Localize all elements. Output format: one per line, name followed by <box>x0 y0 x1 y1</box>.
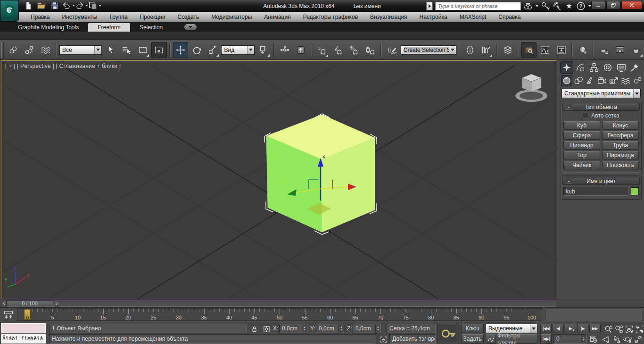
open-file-button[interactable] <box>36 0 47 11</box>
menu-tools[interactable]: Инструменты <box>56 12 104 22</box>
viewport-label[interactable]: [ + ] [ Perspective ] [ Сглаживание + бл… <box>5 63 121 69</box>
object-color-swatch[interactable] <box>631 187 639 195</box>
tab-graphite-modeling-tools[interactable]: Graphite Modeling Tools <box>8 23 88 32</box>
select-object-button[interactable] <box>103 42 118 58</box>
render-production-button[interactable] <box>629 42 644 58</box>
torus-button[interactable]: Тор <box>563 151 600 159</box>
layer-manager-button[interactable] <box>500 42 515 58</box>
minimize-button[interactable] <box>591 1 605 9</box>
tube-button[interactable]: Труба <box>602 141 639 150</box>
isolate-cube-icon[interactable] <box>378 335 388 344</box>
infocenter-expand-button[interactable] <box>426 2 433 10</box>
walk-through-icon[interactable] <box>611 335 621 344</box>
close-button[interactable] <box>621 1 642 9</box>
menu-animation[interactable]: Анимация <box>258 12 297 22</box>
tab-hierarchy[interactable] <box>587 61 601 74</box>
y-coordinate-field[interactable]: 0,0cm▲▼ <box>316 324 344 333</box>
set-key-big-button[interactable] <box>438 324 459 343</box>
field-of-view-icon[interactable] <box>601 335 611 344</box>
absolute-transform-toggle-icon[interactable] <box>261 325 272 333</box>
default-tangent-button[interactable] <box>486 334 496 344</box>
angle-snap-toggle[interactable] <box>330 42 346 58</box>
z-spinner[interactable]: ▲▼ <box>375 324 380 333</box>
selection-filter-dropdown[interactable]: Все <box>59 45 102 55</box>
x-coordinate-field[interactable]: 0,0cm▲▼ <box>279 324 307 333</box>
next-frame-button[interactable]: |▶ <box>577 324 588 333</box>
project-workspace-button[interactable] <box>89 0 100 11</box>
key-mode-toggle[interactable]: |◀▶| <box>540 334 552 344</box>
autogrid-checkbox[interactable] <box>583 113 588 118</box>
cone-button[interactable]: Конус <box>602 121 639 130</box>
rollout-collapse-icon[interactable]: - <box>565 178 572 184</box>
spinner-snap-toggle[interactable] <box>363 42 378 58</box>
plane-button[interactable]: Плоскость <box>602 161 639 169</box>
favorites-star-icon[interactable]: ★ <box>564 1 574 11</box>
bind-to-spacewarp-button[interactable] <box>38 42 53 58</box>
box-button[interactable]: Куб <box>563 121 600 130</box>
search-dropdown-arrow[interactable] <box>536 5 538 7</box>
material-editor-button[interactable] <box>575 42 590 58</box>
category-spacewarps[interactable] <box>620 75 631 86</box>
ribbon-minimize-button[interactable] <box>184 24 197 30</box>
select-and-move-button[interactable] <box>173 42 188 58</box>
snap-3d-toggle[interactable]: 3 <box>314 42 330 58</box>
teapot-button[interactable]: Чайник <box>563 161 600 169</box>
time-slider-thumb[interactable]: 0 / 100 <box>6 300 53 306</box>
category-shapes[interactable] <box>573 75 584 86</box>
category-lights[interactable] <box>585 75 596 86</box>
tab-motion[interactable] <box>601 61 614 74</box>
rectangular-selection-region-button[interactable] <box>135 42 150 58</box>
menu-rendering[interactable]: Визуализация <box>364 12 413 22</box>
maximize-viewport-toggle-icon[interactable] <box>633 335 643 344</box>
menu-modifiers[interactable]: Модификаторы <box>205 12 258 22</box>
y-spinner[interactable]: ▲▼ <box>339 324 344 333</box>
use-pivot-point-center-button[interactable] <box>256 42 271 58</box>
category-helpers[interactable] <box>608 75 619 86</box>
menu-graph-editors[interactable]: Редакторы графиков <box>297 12 364 22</box>
tab-freeform[interactable]: Freeform <box>88 23 130 32</box>
viewcube[interactable] <box>515 74 547 102</box>
zoom-all-icon[interactable] <box>614 324 624 334</box>
sphere-button[interactable]: Сфера <box>563 131 600 140</box>
tab-create[interactable] <box>560 61 573 74</box>
go-to-start-button[interactable]: |◀◀ <box>540 324 552 333</box>
menu-maxscript[interactable]: MAXScript <box>454 12 493 22</box>
tab-display[interactable] <box>615 61 628 74</box>
current-frame-field[interactable]: 0▲▼ <box>553 334 586 344</box>
key-filter-scope-dropdown[interactable]: Выделенные <box>486 324 537 333</box>
trackbar-ruler[interactable]: 0510152025303540455055606570758085909510… <box>17 308 542 321</box>
percent-snap-toggle[interactable]: % <box>347 42 362 58</box>
auto-key-button[interactable]: Ключ <box>461 324 484 333</box>
undo-button[interactable] <box>62 0 74 11</box>
select-and-manipulate-button[interactable] <box>277 42 292 58</box>
select-by-name-button[interactable] <box>119 42 134 58</box>
open-mini-trackbar-button[interactable] <box>1 308 16 321</box>
perspective-viewport[interactable]: [ + ] [ Perspective ] [ Сглаживание + бл… <box>1 60 557 299</box>
help-icon[interactable]: ? <box>576 1 586 11</box>
category-geometry[interactable] <box>561 75 572 86</box>
menu-group[interactable]: Группа <box>103 12 133 22</box>
new-scene-button[interactable] <box>23 0 34 11</box>
go-to-end-button[interactable]: ▶▶| <box>589 324 601 333</box>
time-slider-next-arrow[interactable]: > <box>54 301 59 307</box>
tab-selection[interactable]: Selection <box>130 23 172 32</box>
communication-center-icon[interactable] <box>553 1 562 11</box>
graphite-modeling-tools-toggle[interactable] <box>521 42 537 58</box>
named-selection-sets-combo[interactable]: Create Selection Se <box>401 45 456 55</box>
pyramid-button[interactable]: Пирамида <box>602 151 639 159</box>
geosphere-button[interactable]: Геосфера <box>602 131 639 140</box>
reference-coordinate-system-dropdown[interactable]: Вид <box>221 45 255 55</box>
maxscript-mini-listener-input[interactable] <box>1 323 46 333</box>
keyboard-override-toggle[interactable] <box>293 42 308 58</box>
frame-spinner[interactable]: ▲▼ <box>581 335 586 343</box>
menu-help[interactable]: Справка <box>492 12 527 22</box>
time-configuration-icon[interactable] <box>588 335 599 344</box>
time-slider-track[interactable]: < 0 / 100 > <box>1 300 556 307</box>
zoom-extents-icon[interactable] <box>624 324 634 334</box>
select-and-link-button[interactable] <box>6 42 21 58</box>
toolbar-drag-handle[interactable] <box>1 42 4 58</box>
menu-edit[interactable]: Правка <box>25 12 56 22</box>
maxscript-mini-listener-output[interactable]: Äîáðî ïîæàëîâ <box>1 334 46 344</box>
category-cameras[interactable] <box>596 75 608 86</box>
curve-editor-button[interactable] <box>537 42 553 58</box>
